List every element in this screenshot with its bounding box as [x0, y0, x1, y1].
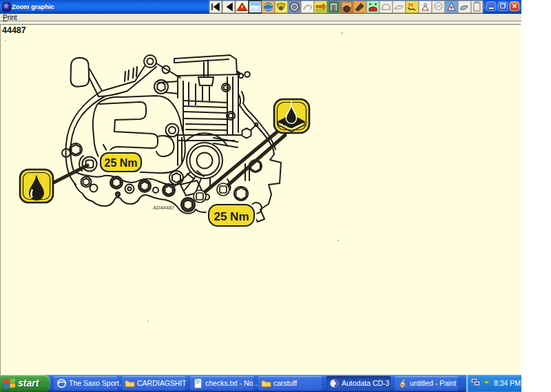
svg-text:25 Nm: 25 Nm — [214, 210, 249, 223]
svg-text:?!: ?! — [408, 2, 413, 8]
svg-text:AD44487: AD44487 — [153, 205, 174, 211]
svg-text:25 Nm: 25 Nm — [104, 157, 137, 169]
